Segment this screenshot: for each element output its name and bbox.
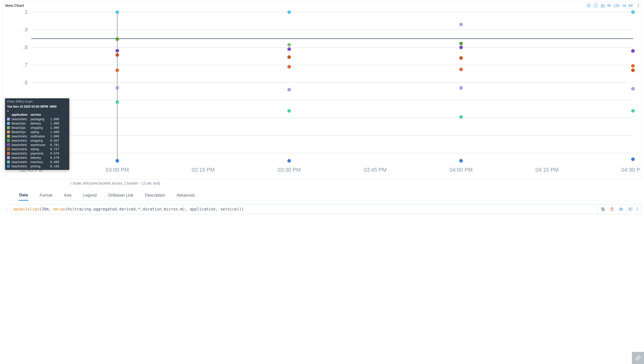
data-point[interactable] (459, 86, 463, 90)
tooltip-row: beachshirtsstyling0.757 (7, 147, 67, 151)
data-point[interactable] (631, 109, 635, 112)
zoom-in-icon[interactable]: + (587, 4, 591, 8)
data-point[interactable] (115, 100, 119, 104)
data-point[interactable] (287, 65, 291, 69)
legend-swatch (7, 143, 10, 146)
query-input[interactable]: apdex(align(30m, merge(hs(tracing.aggreg… (10, 204, 598, 214)
data-point[interactable] (631, 87, 635, 90)
tooltip-col-svc: service (30, 113, 48, 116)
data-point[interactable] (115, 86, 119, 90)
time-range-6h[interactable]: 6h (607, 4, 611, 8)
tooltip-svc: packaging (30, 117, 48, 121)
data-point[interactable] (287, 109, 291, 112)
tooltip-app: beachshirts (12, 147, 30, 151)
data-point[interactable] (287, 10, 291, 14)
data-point[interactable] (459, 42, 463, 45)
legend-swatch (7, 165, 10, 168)
data-point[interactable] (459, 115, 463, 119)
tooltip-value: 0.156 (48, 165, 59, 168)
legend-swatch (7, 135, 10, 138)
tooltip-svc: delivery (30, 122, 48, 125)
data-point[interactable] (115, 69, 119, 72)
data-point[interactable] (459, 68, 463, 71)
tooltip-value: 0.670 (48, 152, 59, 155)
data-point[interactable] (631, 10, 635, 14)
tooltip-app: beachshirts (12, 143, 30, 147)
time-range-8d[interactable]: 8d (628, 4, 632, 8)
data-point[interactable] (115, 10, 119, 14)
tooltip-header: application service (7, 112, 67, 117)
hover-tooltip: Press Shift-p to pin Tue Nov 10 2020 03:… (5, 98, 69, 170)
data-point[interactable] (287, 47, 291, 51)
data-point[interactable] (631, 69, 635, 72)
legend-swatch (7, 118, 10, 120)
tab-drilldown-link[interactable]: Drilldown Link (108, 191, 134, 200)
tooltip-timestamp: Tue Nov 10 2020 03:00:36PM -0800 (7, 105, 67, 108)
ai-assist-icon[interactable]: AI (628, 207, 632, 211)
svg-point-30 (621, 209, 622, 210)
copy-icon[interactable] (601, 207, 605, 211)
svg-text:03:00 PM: 03:00 PM (106, 167, 129, 173)
tab-legend[interactable]: Legend (83, 191, 97, 200)
tooltip-row: BeachOpsdelivery1.000 (7, 121, 67, 126)
data-point[interactable] (459, 23, 463, 26)
data-point[interactable] (115, 159, 119, 163)
tab-format[interactable]: Format (39, 191, 53, 200)
time-controls: + − 2h6h12h1d8d (587, 4, 639, 8)
tooltip-svc: styling (30, 130, 48, 134)
tab-axis[interactable]: Axis (63, 191, 72, 200)
data-point[interactable] (631, 158, 635, 161)
expand-query-icon[interactable]: › (3, 204, 10, 214)
tooltip-svc: warehouse (30, 143, 48, 147)
tooltip-svc: shopping (30, 139, 48, 142)
tooltip-value: 1.000 (48, 122, 59, 125)
delete-icon[interactable] (610, 207, 614, 211)
plot-area[interactable]: .2.3.4.5.6.7.8.9102:45 PM03:00 PM03:15 P… (3, 8, 641, 179)
svg-text:.8: .8 (23, 44, 28, 50)
tooltip-value: 0.489 (48, 160, 59, 164)
tooltip-value: 1.000 (48, 130, 59, 134)
tab-data[interactable]: Data (19, 190, 28, 201)
tooltip-value: 0.847 (48, 139, 59, 142)
query-row: › apdex(align(30m, merge(hs(tracing.aggr… (3, 204, 641, 214)
svg-text:04:15 PM: 04:15 PM (535, 167, 559, 173)
data-point[interactable] (287, 55, 291, 59)
data-point[interactable] (115, 53, 119, 57)
tooltip-app: beachshirts (12, 156, 30, 160)
legend-swatch (7, 156, 10, 159)
data-point[interactable] (287, 88, 291, 92)
tab-advanced[interactable]: Advanced (176, 191, 195, 200)
data-point[interactable] (115, 37, 119, 41)
data-point[interactable] (287, 43, 291, 46)
visibility-icon[interactable] (619, 207, 623, 211)
chart-panel: New Chart + − 2h6h12h1d8d .2.3.4.5.6.7.8… (3, 2, 641, 179)
tooltip-series-letter: A (7, 109, 67, 112)
data-point[interactable] (459, 46, 463, 49)
svg-text:.9: .9 (23, 27, 28, 33)
tooltip-svc: printing (30, 165, 48, 168)
legend-swatch (7, 161, 10, 163)
tooltip-svc: delivery (30, 156, 48, 160)
chart-more-menu-icon[interactable] (638, 4, 639, 7)
data-point[interactable] (287, 159, 291, 163)
data-point[interactable] (459, 159, 463, 163)
time-range-2h[interactable]: 2h (601, 4, 605, 8)
tooltip-app: BeachOps (12, 126, 30, 130)
svg-text:1: 1 (25, 9, 28, 15)
svg-text:04:00 PM: 04:00 PM (449, 167, 473, 173)
tooltip-value: 0.570 (48, 156, 59, 160)
data-point[interactable] (631, 64, 635, 68)
scatter-plot[interactable]: .2.3.4.5.6.7.8.9102:45 PM03:00 PM03:15 P… (4, 9, 640, 175)
tooltip-value: 1.000 (48, 117, 59, 121)
data-point[interactable] (631, 49, 635, 53)
legend-swatch (7, 122, 10, 125)
data-point[interactable] (115, 49, 119, 52)
time-range-1d[interactable]: 1d (622, 4, 626, 8)
query-more-icon[interactable] (637, 207, 638, 211)
time-range-12h[interactable]: 12h (614, 4, 619, 8)
data-point[interactable] (459, 56, 463, 60)
zoom-out-icon[interactable]: − (594, 4, 598, 8)
svg-text:.6: .6 (23, 80, 28, 86)
tab-description[interactable]: Description (144, 191, 166, 200)
editor-tabs: . DataFormatAxisLegendDrilldown LinkDesc… (3, 187, 641, 201)
